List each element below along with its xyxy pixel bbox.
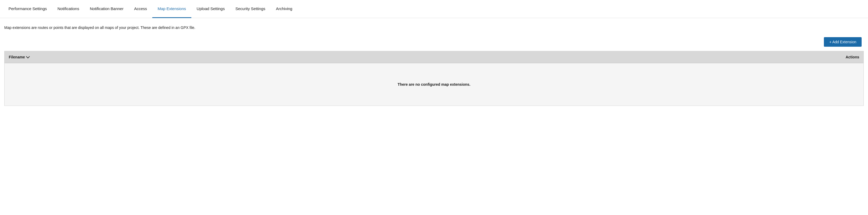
- main-content: Map extensions are routes or points that…: [0, 18, 868, 106]
- table-body: There are no configured map extensions.: [4, 63, 864, 106]
- add-extension-button[interactable]: + Add Extension: [824, 37, 862, 47]
- tab-archiving[interactable]: Archiving: [271, 0, 298, 18]
- tab-notification-banner[interactable]: Notification Banner: [85, 0, 129, 18]
- tab-upload-settings[interactable]: Upload Settings: [191, 0, 230, 18]
- tab-performance-settings[interactable]: Performance Settings: [3, 0, 52, 18]
- page-description: Map extensions are routes or points that…: [4, 26, 864, 30]
- empty-state-message: There are no configured map extensions.: [387, 72, 481, 97]
- navigation-tabs: Performance Settings Notifications Notif…: [0, 0, 868, 18]
- table-header: Filename Actions: [4, 51, 864, 63]
- extensions-table: Filename Actions There are no configured…: [4, 51, 864, 106]
- tab-access[interactable]: Access: [129, 0, 152, 18]
- tab-map-extensions[interactable]: Map Extensions: [152, 0, 191, 18]
- tab-notifications[interactable]: Notifications: [52, 0, 85, 18]
- tab-security-settings[interactable]: Security Settings: [230, 0, 271, 18]
- filename-column-header[interactable]: Filename: [9, 55, 29, 59]
- toolbar: + Add Extension: [4, 37, 864, 51]
- filename-label: Filename: [9, 55, 25, 59]
- sort-chevron-icon: [26, 55, 30, 59]
- actions-column-header: Actions: [846, 55, 859, 59]
